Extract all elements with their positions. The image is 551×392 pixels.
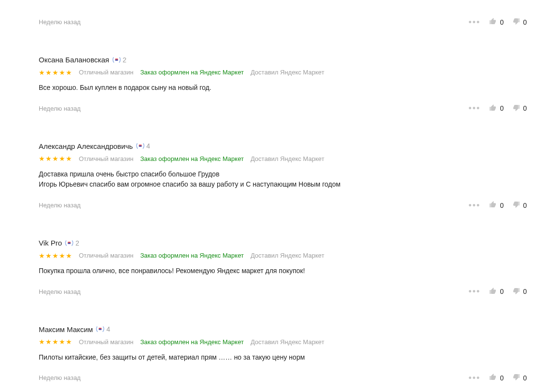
- laurel-icon: [135, 143, 145, 149]
- review-footer: Неделю назад ••• 0 0: [39, 373, 527, 382]
- review-actions: ••• 0 0: [469, 17, 527, 27]
- review-author-row: Максим Максим 4: [39, 325, 527, 334]
- author-name[interactable]: Максим Максим: [39, 325, 93, 334]
- star-icon: ★: [52, 69, 59, 76]
- star-rating: ★ ★ ★ ★ ★: [39, 338, 72, 345]
- review-item: Александр Александровичь 4 ★ ★ ★ ★: [39, 142, 527, 210]
- review-item: Vik Pro 2 ★ ★ ★ ★ ★: [39, 239, 527, 296]
- like-button[interactable]: 0: [489, 201, 504, 210]
- author-level: 4: [147, 142, 150, 150]
- order-info[interactable]: Заказ оформлен на Яндекс Маркет: [140, 155, 244, 162]
- star-icon: ★: [66, 155, 72, 162]
- shop-summary: Отличный магазин: [79, 69, 134, 76]
- review-actions: ••• 0 0: [469, 373, 527, 382]
- dislike-count: 0: [523, 202, 527, 209]
- star-icon: ★: [52, 155, 59, 162]
- order-info[interactable]: Заказ оформлен на Яндекс Маркет: [140, 252, 244, 259]
- review-footer: Неделю назад ••• 0 0: [39, 104, 527, 113]
- star-rating: ★ ★ ★ ★ ★: [39, 69, 72, 76]
- review-text: Покупка прошла олично, все понравилось! …: [39, 266, 527, 276]
- like-button[interactable]: 0: [489, 104, 504, 113]
- svg-rect-5: [68, 243, 71, 244]
- more-menu-icon[interactable]: •••: [469, 104, 481, 113]
- shop-summary: Отличный магазин: [79, 338, 134, 346]
- more-menu-icon[interactable]: •••: [469, 287, 481, 296]
- review-author-row: Оксана Балановская 2: [39, 56, 527, 64]
- review-meta: ★ ★ ★ ★ ★ Отличный магазин Заказ оформле…: [39, 252, 527, 259]
- thumb-up-icon: [489, 287, 497, 296]
- thumb-down-icon: [512, 373, 520, 382]
- review-actions: ••• 0 0: [469, 201, 527, 210]
- like-button[interactable]: 0: [489, 287, 504, 296]
- time-ago: Неделю назад: [39, 374, 469, 381]
- laurel-icon: [95, 326, 105, 333]
- shop-summary: Отличный магазин: [79, 155, 134, 162]
- review-author-row: Vik Pro 2: [39, 239, 527, 247]
- more-menu-icon[interactable]: •••: [469, 18, 481, 27]
- dislike-count: 0: [523, 18, 527, 26]
- like-button[interactable]: 0: [489, 17, 504, 27]
- dislike-button[interactable]: 0: [512, 104, 527, 113]
- star-icon: ★: [66, 252, 72, 259]
- order-info[interactable]: Заказ оформлен на Яндекс Маркет: [140, 69, 244, 76]
- star-icon: ★: [66, 69, 72, 76]
- order-info[interactable]: Заказ оформлен на Яндекс Маркет: [140, 338, 244, 346]
- dislike-count: 0: [523, 288, 527, 295]
- more-menu-icon[interactable]: •••: [469, 201, 481, 210]
- review-footer: Неделю назад ••• 0 0: [39, 287, 527, 296]
- star-icon: ★: [45, 252, 52, 259]
- time-ago: Неделю назад: [39, 105, 469, 112]
- star-icon: ★: [39, 252, 45, 259]
- review-meta: ★ ★ ★ ★ ★ Отличный магазин Заказ оформле…: [39, 155, 527, 162]
- thumb-down-icon: [512, 201, 520, 210]
- dislike-button[interactable]: 0: [512, 17, 527, 27]
- author-name[interactable]: Vik Pro: [39, 239, 62, 247]
- author-level: 4: [106, 325, 110, 333]
- like-count: 0: [500, 104, 504, 112]
- review-footer: Неделю назад ••• 0 0: [39, 201, 527, 210]
- dislike-button[interactable]: 0: [512, 373, 527, 382]
- review-actions: ••• 0 0: [469, 287, 527, 296]
- svg-rect-7: [99, 329, 102, 330]
- star-icon: ★: [66, 338, 72, 345]
- dislike-button[interactable]: 0: [512, 287, 527, 296]
- star-icon: ★: [59, 338, 65, 345]
- review-footer: Неделю назад ••• 0 0: [39, 17, 527, 27]
- thumb-down-icon: [512, 287, 520, 296]
- author-name[interactable]: Оксана Балановская: [39, 56, 109, 64]
- author-badge: 4: [95, 325, 110, 333]
- like-count: 0: [500, 202, 504, 209]
- review-meta: ★ ★ ★ ★ ★ Отличный магазин Заказ оформле…: [39, 69, 527, 76]
- delivery-info: Доставил Яндекс Маркет: [251, 69, 324, 76]
- star-icon: ★: [59, 155, 65, 162]
- star-icon: ★: [52, 252, 59, 259]
- star-icon: ★: [39, 155, 45, 162]
- laurel-icon: [64, 240, 74, 247]
- star-icon: ★: [39, 338, 45, 345]
- svg-rect-1: [115, 59, 118, 60]
- delivery-info: Доставил Яндекс Маркет: [251, 252, 324, 259]
- thumb-down-icon: [512, 17, 520, 27]
- like-button[interactable]: 0: [489, 373, 504, 382]
- author-badge: 2: [112, 56, 127, 64]
- star-icon: ★: [45, 338, 52, 345]
- dislike-count: 0: [523, 374, 527, 382]
- delivery-info: Доставил Яндекс Маркет: [251, 338, 324, 346]
- dislike-count: 0: [523, 104, 527, 112]
- dislike-button[interactable]: 0: [512, 201, 527, 210]
- shop-summary: Отличный магазин: [79, 252, 134, 259]
- laurel-icon: [112, 57, 121, 63]
- thumb-up-icon: [489, 373, 497, 382]
- author-name[interactable]: Александр Александровичь: [39, 142, 133, 150]
- time-ago: Неделю назад: [39, 18, 469, 26]
- more-menu-icon[interactable]: •••: [469, 374, 481, 382]
- like-count: 0: [500, 288, 504, 295]
- thumb-up-icon: [489, 201, 497, 210]
- star-rating: ★ ★ ★ ★ ★: [39, 155, 72, 162]
- review-text: Пилоты китайские, без защиты от детей, м…: [39, 352, 527, 363]
- star-icon: ★: [59, 69, 65, 76]
- review-item: Оксана Балановская 2 ★ ★ ★ ★: [39, 56, 527, 113]
- thumb-down-icon: [512, 104, 520, 113]
- like-count: 0: [500, 374, 504, 382]
- thumb-up-icon: [489, 17, 497, 27]
